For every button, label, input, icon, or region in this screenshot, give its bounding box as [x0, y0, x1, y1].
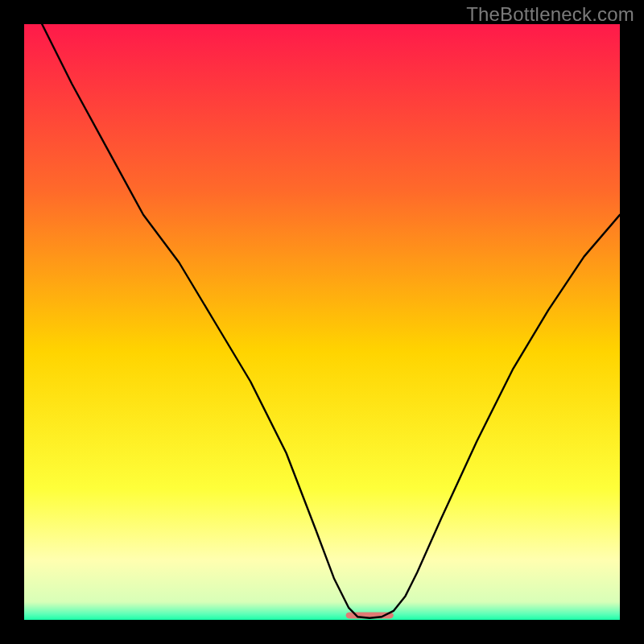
watermark-text: TheBottleneck.com: [466, 3, 634, 26]
chart-background: [24, 24, 620, 620]
plot-area: [24, 24, 620, 620]
chart-svg: [24, 24, 620, 620]
chart-frame: TheBottleneck.com: [0, 0, 644, 644]
